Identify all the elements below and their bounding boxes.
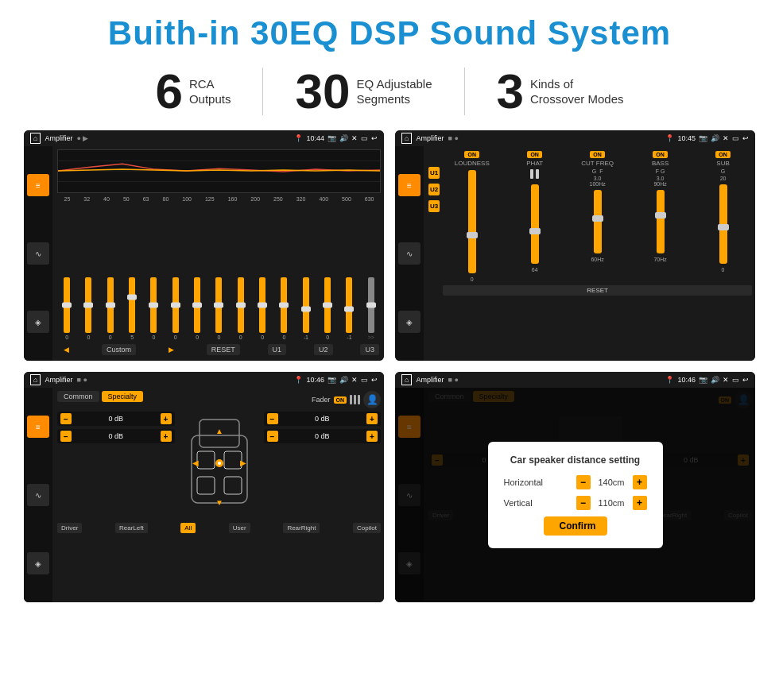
reset-btn-2[interactable]: RESET xyxy=(443,285,752,296)
db-minus-rr[interactable]: − xyxy=(267,431,278,442)
rearright-label-3[interactable]: RearRight xyxy=(283,523,320,533)
tab-common-3[interactable]: Common xyxy=(57,391,99,402)
play-btn[interactable]: ▶ xyxy=(164,344,179,355)
eq-slider-4[interactable]: 5 xyxy=(122,277,141,340)
svg-rect-9 xyxy=(224,477,242,494)
u1-preset-btn[interactable]: U1 xyxy=(428,167,440,179)
db-minus-fl[interactable]: − xyxy=(60,413,72,424)
eq-icon-btn-2[interactable]: ≡ xyxy=(398,174,421,196)
stat-rca: 6 RCA Outputs xyxy=(123,67,262,116)
vertical-minus-btn[interactable]: − xyxy=(576,496,591,510)
u1-btn[interactable]: U1 xyxy=(268,344,287,355)
db-plus-rl[interactable]: + xyxy=(161,431,172,442)
reset-btn-1[interactable]: RESET xyxy=(207,344,240,355)
eq-slider-5[interactable]: 0 xyxy=(144,277,163,340)
eq-slider-10[interactable]: 0 xyxy=(253,277,272,340)
slider-phat[interactable] xyxy=(531,184,539,264)
speaker-icon-btn-3[interactable]: ◈ xyxy=(27,552,49,574)
back-icon-2: ↩ xyxy=(742,134,749,142)
status-bar-2: ⌂ Amplifier ■ ● 📍 10:45 📷 🔊 ✕ ▭ ↩ xyxy=(395,130,755,146)
eq-slider-2[interactable]: 0 xyxy=(79,277,98,340)
home-icon-4[interactable]: ⌂ xyxy=(401,374,412,385)
copilot-label-3[interactable]: Copilot xyxy=(353,523,381,533)
volume-icon-1: 🔊 xyxy=(339,134,348,142)
eq-slider-8[interactable]: 0 xyxy=(209,277,228,340)
user-label-3[interactable]: User xyxy=(229,523,250,533)
all-label-3[interactable]: All xyxy=(180,523,196,533)
person-icon-3: 👤 xyxy=(363,391,381,408)
eq-icon-btn-3[interactable]: ≡ xyxy=(27,416,49,438)
slider-bass[interactable] xyxy=(657,190,665,253)
fader-center: ▲ ▼ ◀ ▶ xyxy=(180,412,259,518)
eq-slider-12[interactable]: -1 xyxy=(296,277,316,340)
col-bass: ON BASS F G 3.0 90Hz 70Hz xyxy=(631,151,689,282)
prev-btn[interactable]: ◀ xyxy=(59,344,74,355)
speaker-icon-btn-2[interactable]: ◈ xyxy=(398,311,421,333)
slider-cutfreq[interactable] xyxy=(594,190,602,253)
bottom-labels-3: Driver RearLeft All User RearRight Copil… xyxy=(57,523,381,533)
u2-preset-btn[interactable]: U2 xyxy=(428,184,440,195)
eq-slider-3[interactable]: 0 xyxy=(101,277,120,340)
volume-icon-4: 🔊 xyxy=(711,376,719,384)
u3-btn[interactable]: U3 xyxy=(360,344,379,355)
fader-label: Fader xyxy=(312,396,331,404)
custom-btn[interactable]: Custom xyxy=(102,344,136,355)
svg-point-11 xyxy=(218,462,221,465)
u2-btn[interactable]: U2 xyxy=(314,344,333,355)
wave-icon-btn[interactable]: ∿ xyxy=(27,242,49,265)
window-icon-3: ▭ xyxy=(361,376,368,384)
close-icon-1: ✕ xyxy=(351,134,358,142)
location-icon-4: 📍 xyxy=(665,376,674,384)
fader-header: Fader ON 👤 xyxy=(312,391,381,408)
eq-slider-9[interactable]: 0 xyxy=(231,277,250,340)
db-plus-rr[interactable]: + xyxy=(366,431,378,442)
db-minus-fr[interactable]: − xyxy=(267,413,278,424)
eq-icon-btn[interactable]: ≡ xyxy=(27,174,49,196)
db-plus-fl[interactable]: + xyxy=(161,413,172,424)
u3-preset-btn[interactable]: U3 xyxy=(428,200,440,212)
eq-slider-1[interactable]: 0 xyxy=(57,277,76,340)
home-icon-1[interactable]: ⌂ xyxy=(30,133,41,144)
close-icon-4: ✕ xyxy=(723,376,729,384)
app-name-3: Amplifier xyxy=(45,376,72,384)
db-plus-fr[interactable]: + xyxy=(366,413,378,424)
vertical-plus-btn[interactable]: + xyxy=(633,496,647,510)
distance-modal: Car speaker distance setting Horizontal … xyxy=(488,442,663,548)
tab-specialty-3[interactable]: Specialty xyxy=(102,391,144,402)
confirm-button[interactable]: Confirm xyxy=(544,516,607,536)
svg-text:▶: ▶ xyxy=(240,458,246,467)
col-sub: ON SUB G 20 0 xyxy=(694,151,752,282)
slider-loudness[interactable] xyxy=(468,170,476,273)
eq-slider-13[interactable]: 0 xyxy=(318,277,337,340)
eq-slider-6[interactable]: 0 xyxy=(166,277,185,340)
rearleft-label-3[interactable]: RearLeft xyxy=(115,523,148,533)
horizontal-minus-btn[interactable]: − xyxy=(576,475,591,489)
horizontal-label: Horizontal xyxy=(504,478,544,487)
fader-on-badge: ON xyxy=(334,396,347,404)
eq-slider-14[interactable]: -1 xyxy=(339,277,358,340)
on-badge-loudness: ON xyxy=(464,151,479,158)
screenshots-grid: ⌂ Amplifier ● ▶ 📍 10:44 📷 🔊 ✕ ▭ ↩ ≡ ∿ xyxy=(24,130,755,602)
eq-slider-15[interactable]: >> xyxy=(362,277,381,340)
horizontal-plus-btn[interactable]: + xyxy=(633,475,647,489)
home-icon-2[interactable]: ⌂ xyxy=(401,133,412,144)
speaker-icon-btn[interactable]: ◈ xyxy=(27,311,49,333)
slider-sub[interactable] xyxy=(719,184,727,264)
driver-label-3[interactable]: Driver xyxy=(57,523,82,533)
col-phat: ON PHAT 64 xyxy=(506,151,564,282)
modal-overlay: Car speaker distance setting Horizontal … xyxy=(395,388,755,602)
tab-row-3: Common Specialty xyxy=(57,391,143,402)
status-dots-1: ● ▶ xyxy=(76,134,88,142)
home-icon-3[interactable]: ⌂ xyxy=(30,374,41,385)
column-headers: ON LOUDNESS 0 ON PHAT xyxy=(443,151,752,282)
db-minus-rl[interactable]: − xyxy=(60,431,72,442)
eq-bottom-bar: ◀ Custom ▶ RESET U1 U2 U3 xyxy=(57,342,381,358)
fader-main: Common Specialty Fader ON 👤 xyxy=(54,388,384,602)
eq-slider-7[interactable]: 0 xyxy=(188,277,207,340)
crossover-reset-area: RESET xyxy=(443,285,752,296)
wave-icon-btn-2[interactable]: ∿ xyxy=(398,242,421,265)
screen1-body: ≡ ∿ ◈ xyxy=(24,146,384,361)
wave-icon-btn-3[interactable]: ∿ xyxy=(27,484,49,506)
time-3: 10:46 xyxy=(306,376,324,384)
eq-slider-11[interactable]: 0 xyxy=(274,277,293,340)
